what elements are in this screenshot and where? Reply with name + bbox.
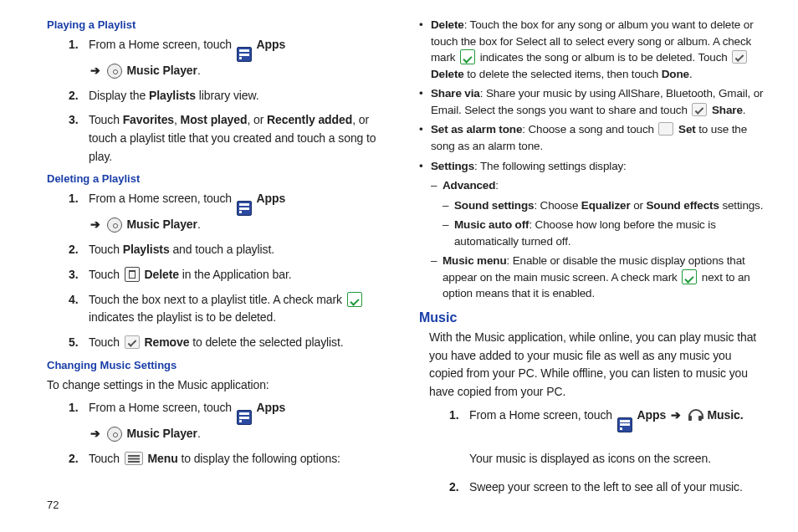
text: Touch	[89, 335, 120, 349]
right-column: • Delete: Touch the box for any song or …	[399, 15, 766, 504]
bold-text: Recently added	[267, 113, 352, 126]
apps-icon	[237, 201, 252, 216]
headphones-icon	[688, 407, 703, 422]
music-player-icon	[107, 427, 122, 442]
arrow-icon: ➔	[90, 427, 100, 440]
bullet-body: Sound settings: Choose Equalizer or Soun…	[454, 197, 766, 214]
bold-text: Music auto off	[454, 218, 529, 231]
step-text: Touch Playlists and touch a playlist.	[89, 241, 379, 259]
bold-text: Playlists	[149, 89, 196, 102]
text: library view.	[199, 89, 259, 102]
text: to display the following options:	[181, 452, 340, 465]
bullet-body: Music auto off: Choose how long before t…	[454, 217, 766, 249]
trash-icon	[125, 267, 140, 282]
bullet-body: Music menu: Enable or disable the music …	[442, 253, 766, 302]
apps-label: Apps	[637, 408, 667, 422]
dash-marker: –	[431, 253, 442, 302]
bold-text: Delete	[431, 68, 464, 80]
text: indicates the playlist is to be deleted.	[89, 310, 276, 324]
bullet-alarm: • Set as alarm tone: Choose a song and t…	[419, 121, 766, 154]
bullet-marker: •	[419, 158, 431, 175]
step-number: 3.	[69, 111, 89, 166]
apps-icon	[237, 47, 252, 62]
text: or	[633, 199, 643, 212]
bold-text: Share	[712, 104, 743, 116]
checkmark-icon	[682, 269, 697, 284]
text: settings.	[722, 199, 763, 212]
text: Sweep your screen to the left to see all…	[469, 480, 743, 494]
heading-changing-settings: Changing Music Settings	[47, 359, 379, 371]
intro-text: To change settings in the Music applicat…	[47, 376, 379, 395]
step-number: 1.	[449, 407, 469, 468]
step-number: 2.	[69, 241, 89, 259]
step-number: 5.	[69, 334, 89, 352]
step-1: 1. From a Home screen, touch Apps ➔ Musi…	[69, 399, 379, 443]
page-number: 72	[47, 499, 59, 511]
bold-text: Set	[678, 123, 696, 136]
bold-text: Music menu	[442, 254, 507, 267]
apps-label: Apps	[257, 192, 286, 205]
dash-marker: –	[442, 197, 454, 214]
step-text: Touch Menu to display the following opti…	[89, 450, 379, 468]
bold-text: Favorites	[123, 113, 174, 126]
text: , or	[247, 113, 263, 126]
arrow-icon: ➔	[90, 217, 100, 231]
period: .	[197, 217, 201, 231]
bullet-body: Advanced:	[442, 177, 766, 194]
period: .	[197, 64, 201, 77]
bullet-body: Settings: The following settings display…	[431, 158, 766, 175]
music-player-label: Music Player	[127, 427, 197, 440]
step-number: 2.	[69, 450, 89, 468]
bullet-music-menu: – Music menu: Enable or disable the musi…	[431, 253, 766, 302]
options-list: • Delete: Touch the box for any song or …	[419, 17, 766, 302]
bullet-marker: •	[419, 121, 431, 154]
text: in the Application bar.	[182, 268, 292, 281]
step-number: 1.	[69, 399, 89, 443]
text: : Choose a song and touch	[522, 123, 654, 136]
text: : Choose	[534, 199, 578, 212]
text: and touch a playlist.	[172, 243, 274, 256]
music-player-label: Music Player	[127, 217, 197, 231]
step-2: 2. Display the Playlists library view.	[69, 87, 379, 105]
apps-icon	[237, 410, 252, 425]
bullet-auto-off: – Music auto off: Choose how long before…	[442, 217, 766, 249]
text: .	[689, 68, 693, 80]
step-1: 1. From a Home screen, touch Apps ➔ Musi…	[449, 407, 766, 468]
bullet-advanced: – Advanced:	[431, 177, 766, 194]
music-label: Music.	[708, 408, 744, 422]
bold-text: Playlists	[123, 243, 170, 256]
heading-playing-playlist: Playing a Playlist	[47, 18, 379, 31]
step-1: 1. From a Home screen, touch Apps ➔ Musi…	[69, 36, 379, 80]
steps-music: 1. From a Home screen, touch Apps ➔ Musi…	[449, 407, 766, 497]
check-button-icon	[692, 103, 707, 116]
step-2: 2. Touch Playlists and touch a playlist.	[69, 241, 379, 259]
text: From a Home screen, touch	[89, 38, 232, 51]
music-intro-text: With the Music application, while online…	[429, 329, 766, 402]
step-text: From a Home screen, touch Apps ➔ Music P…	[89, 190, 379, 234]
text: Touch	[89, 268, 120, 281]
heading-deleting-playlist: Deleting a Playlist	[47, 172, 379, 185]
bullet-settings: • Settings: The following settings displ…	[419, 158, 766, 175]
step-number: 4.	[69, 291, 89, 327]
step-text: Sweep your screen to the left to see all…	[469, 478, 766, 497]
arrow-icon: ➔	[671, 408, 681, 422]
bullet-delete: • Delete: Touch the box for any song or …	[419, 17, 766, 82]
bullet-sound-settings: – Sound settings: Choose Equalizer or So…	[442, 197, 766, 214]
bold-text: Done	[662, 68, 689, 80]
text: From a Home screen, touch	[89, 192, 232, 205]
check-button-icon	[125, 335, 140, 349]
step-2: 2. Sweep your screen to the left to see …	[449, 478, 766, 497]
text: .	[743, 104, 746, 116]
text: Display the	[89, 89, 146, 102]
step-number: 1.	[69, 190, 89, 234]
text: Touch	[89, 113, 120, 126]
bold-text: Remove	[144, 335, 189, 349]
step-1: 1. From a Home screen, touch Apps ➔ Musi…	[69, 190, 379, 234]
text: Your music is displayed as icons on the …	[469, 452, 711, 465]
apps-label: Apps	[257, 38, 286, 51]
bullet-body: Set as alarm tone: Choose a song and tou…	[431, 121, 766, 154]
bold-text: Settings	[431, 160, 474, 172]
step-5: 5. Touch Remove to delete the selected p…	[69, 334, 379, 352]
step-number: 2.	[69, 87, 89, 105]
checkmark-icon	[460, 49, 475, 64]
